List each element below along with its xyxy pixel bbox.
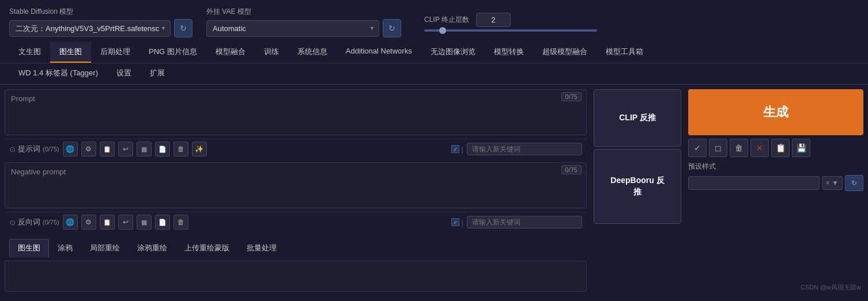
sd-model-controls: 二次元：AnythingV5V3_v5PrtRE.safetensc ↻ xyxy=(9,19,193,37)
tab-txt2img[interactable]: 文生图 xyxy=(9,42,50,63)
action-clipboard-icon[interactable]: 📋 xyxy=(771,139,790,157)
action-floppy-icon[interactable]: 💾 xyxy=(792,139,810,157)
sd-model-select[interactable]: 二次元：AnythingV5V3_v5PrtRE.safetensc xyxy=(9,20,171,37)
nav-tabs-row1: 文生图 图生图 后期处理 PNG 图片信息 模型融合 训练 系统信息 Addit… xyxy=(0,42,868,63)
keyword-checkbox-positive: ✓ | xyxy=(451,145,463,154)
positive-prompt-label: ⊙ 提示词 (0/75) xyxy=(9,144,59,154)
action-square-icon[interactable]: ◻ xyxy=(709,139,727,157)
keyword-input-positive[interactable] xyxy=(467,143,582,155)
clip-label: CLIP 终止层数 xyxy=(424,15,469,25)
negative-prompt-toolbar: ⊙ 反向词 (0/75) 🌐 ⚙ 📋 ↩ ▦ 📄 🗑 ✓ | xyxy=(5,212,587,232)
nav-tabs-row2: WD 1.4 标签器 (Tagger) 设置 扩展 xyxy=(0,63,868,85)
tab-train[interactable]: 训练 xyxy=(255,42,288,63)
negative-prompt-container: 0/75 Negative prompt xyxy=(5,162,587,208)
sd-model-label: Stable Diffusion 模型 xyxy=(9,7,193,17)
sd-model-refresh-btn[interactable]: ↻ xyxy=(174,19,193,37)
tab-settings[interactable]: 设置 xyxy=(107,63,141,84)
toolbar-icon-box[interactable]: ▦ xyxy=(137,142,152,157)
preset-input[interactable] xyxy=(688,176,820,190)
positive-prompt-count: 0/75 xyxy=(561,92,582,101)
clip-deepbooru-panel: CLIP 反推 DeepBooru 反推 xyxy=(591,85,684,296)
toolbar-icon-globe[interactable]: 🌐 xyxy=(63,142,78,157)
keyword-check-positive[interactable]: ✓ xyxy=(451,145,459,153)
preset-row: × ▼ ↻ xyxy=(688,175,863,191)
toolbar-icon-gear-neg[interactable]: ⚙ xyxy=(81,215,96,230)
sub-tab-sketch[interactable]: 涂鸦 xyxy=(49,239,81,257)
tab-system-info[interactable]: 系统信息 xyxy=(288,42,337,63)
positive-prompt-input[interactable]: Prompt xyxy=(5,90,586,133)
tab-png-info[interactable]: PNG 图片信息 xyxy=(139,42,206,63)
tab-tagger[interactable]: WD 1.4 标签器 (Tagger) xyxy=(9,63,107,84)
vae-model-label: 外挂 VAE 模型 xyxy=(206,7,401,17)
sub-tabs: 图生图 涂鸦 局部重绘 涂鸦重绘 上传重绘蒙版 批量处理 xyxy=(5,235,587,257)
clip-reverse-btn[interactable]: CLIP 反推 xyxy=(594,89,681,147)
header-bar: Stable Diffusion 模型 二次元：AnythingV5V3_v5P… xyxy=(0,0,868,42)
action-trash-icon[interactable]: 🗑 xyxy=(730,139,748,157)
vae-model-controls: Automatic ↻ xyxy=(206,19,401,37)
tab-postprocess[interactable]: 后期处理 xyxy=(91,42,139,63)
negative-prompt-input[interactable]: Negative prompt xyxy=(5,163,586,206)
tab-super-merge[interactable]: 超级模型融合 xyxy=(533,42,597,63)
toolbar-icon-gear[interactable]: ⚙ xyxy=(81,142,96,157)
toolbar-icon-trash[interactable]: 🗑 xyxy=(173,142,188,157)
clip-section: CLIP 终止层数 xyxy=(424,13,597,32)
tab-image-browser[interactable]: 无边图像浏览 xyxy=(421,42,485,63)
preset-label: 预设样式 xyxy=(688,162,863,172)
negative-prompt-count: 0/75 xyxy=(561,165,582,174)
vae-select-wrapper: Automatic xyxy=(206,20,379,37)
sub-tab-img2img[interactable]: 图生图 xyxy=(9,239,49,257)
toolbar-icon-undo[interactable]: ↩ xyxy=(118,142,133,157)
tab-img2img[interactable]: 图生图 xyxy=(50,42,91,63)
sub-tab-batch[interactable]: 批量处理 xyxy=(238,239,285,257)
image-drop-area[interactable] xyxy=(5,261,587,292)
tab-extensions[interactable]: 扩展 xyxy=(141,63,174,84)
keyword-checkbox-negative: ✓ | xyxy=(451,218,463,227)
generate-btn[interactable]: 生成 xyxy=(688,89,863,135)
vae-model-section: 外挂 VAE 模型 Automatic ↻ xyxy=(206,7,401,37)
negative-prompt-label: ⊙ 反向词 (0/75) xyxy=(9,217,59,227)
toolbar-icon-clipboard1[interactable]: 📋 xyxy=(100,142,115,157)
positive-prompt-toolbar: ⊙ 提示词 (0/75) 🌐 ⚙ 📋 ↩ ▦ 📄 🗑 ✨ ✓ | xyxy=(5,139,587,159)
toolbar-icon-copy-neg[interactable]: 📄 xyxy=(155,215,170,230)
tab-model-convert[interactable]: 模型转换 xyxy=(485,42,533,63)
clip-slider[interactable] xyxy=(424,29,597,32)
toolbar-icon-undo-neg[interactable]: ↩ xyxy=(118,215,133,230)
preset-x-btn[interactable]: × ▼ xyxy=(822,176,843,190)
sub-tab-sketch-inpaint[interactable]: 涂鸦重绘 xyxy=(129,239,176,257)
toolbar-icon-magic[interactable]: ✨ xyxy=(192,142,207,157)
sub-tab-upload-mask[interactable]: 上传重绘蒙版 xyxy=(176,239,238,257)
toolbar-icon-clipboard-neg[interactable]: 📋 xyxy=(100,215,115,230)
sub-tab-inpaint[interactable]: 局部重绘 xyxy=(81,239,129,257)
toolbar-icon-globe-neg[interactable]: 🌐 xyxy=(63,215,78,230)
positive-prompt-container: 0/75 Prompt xyxy=(5,89,587,135)
sd-model-select-wrapper: 二次元：AnythingV5V3_v5PrtRE.safetensc xyxy=(9,20,171,37)
watermark: CSDN @w风雨无阻w xyxy=(801,283,861,292)
preset-refresh-btn[interactable]: ↻ xyxy=(845,175,863,191)
action-red-x-icon[interactable]: ✕ xyxy=(750,139,769,157)
toolbar-icon-box-neg[interactable]: ▦ xyxy=(137,215,152,230)
keyword-input-negative[interactable] xyxy=(467,216,582,228)
toolbar-icon-trash-neg[interactable]: 🗑 xyxy=(173,215,188,230)
clip-value-input[interactable] xyxy=(476,13,511,27)
action-check-icon[interactable]: ✓ xyxy=(688,139,707,157)
clip-row-label: CLIP 终止层数 xyxy=(424,13,597,27)
vae-model-select[interactable]: Automatic xyxy=(206,20,379,37)
action-icons-row: ✓ ◻ 🗑 ✕ 📋 💾 xyxy=(688,139,863,157)
keyword-check-negative[interactable]: ✓ xyxy=(451,218,459,226)
toolbar-icon-copy[interactable]: 📄 xyxy=(155,142,170,157)
tab-model-toolkit[interactable]: 模型工具箱 xyxy=(597,42,652,63)
generate-panel: 生成 ✓ ◻ 🗑 ✕ 📋 💾 预设样式 × ▼ ↻ xyxy=(684,85,868,296)
vae-model-refresh-btn[interactable]: ↻ xyxy=(383,19,401,37)
tab-merge[interactable]: 模型融合 xyxy=(206,42,255,63)
deepbooru-btn[interactable]: DeepBooru 反推 xyxy=(594,149,681,224)
left-panel: 0/75 Prompt ⊙ 提示词 (0/75) 🌐 ⚙ 📋 ↩ ▦ 📄 🗑 ✨… xyxy=(0,85,591,296)
sd-model-section: Stable Diffusion 模型 二次元：AnythingV5V3_v5P… xyxy=(9,7,193,37)
tab-additional-networks[interactable]: Additional Networks xyxy=(337,42,421,63)
